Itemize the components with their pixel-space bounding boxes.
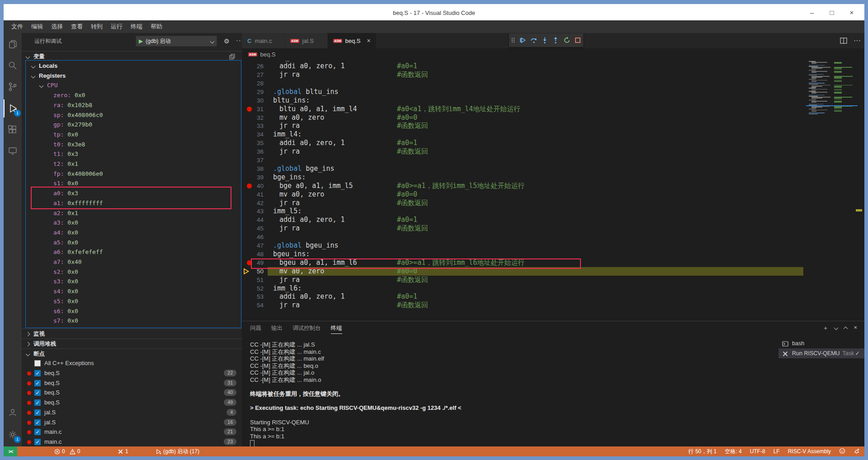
register-ra[interactable]: ra: 0x102b8 xyxy=(22,100,242,110)
code-line-48[interactable]: 48bgeu_ins: xyxy=(242,250,806,258)
checkbox-checked[interactable]: ✓ xyxy=(34,409,41,416)
code-line-27[interactable]: 27jr ra#函数返回 xyxy=(242,70,806,79)
register-a0[interactable]: a0: 0x3 xyxy=(22,188,242,198)
register-zero[interactable]: zero: 0x0 xyxy=(22,90,242,100)
menu-item-4[interactable]: 转到 xyxy=(87,20,107,33)
files-icon[interactable] xyxy=(4,35,22,53)
tasks-status[interactable]: 1 xyxy=(118,446,128,456)
breakpoint-dot-icon[interactable] xyxy=(247,183,252,188)
menu-item-0[interactable]: 文件 xyxy=(7,20,27,33)
register-fp[interactable]: fp: 0x408006e0 xyxy=(22,169,242,179)
code-line-26[interactable]: 26addi a0, zero, 1#a0=1 xyxy=(242,62,806,70)
code-line-46[interactable]: 46 xyxy=(242,233,806,241)
debug-session-status[interactable]: (gdb) 启动 (17) xyxy=(156,446,199,456)
register-s3[interactable]: s3: 0x0 xyxy=(22,277,242,286)
code-line-52[interactable]: 52imm_l6: xyxy=(242,284,806,293)
search-icon[interactable] xyxy=(4,56,22,75)
register-a2[interactable]: a2: 0x1 xyxy=(22,208,242,218)
remote-indicator[interactable]: >< xyxy=(4,446,17,456)
code-line-41[interactable]: 41mv a0, zero#a0=0 xyxy=(242,190,806,199)
menu-item-3[interactable]: 查看 xyxy=(67,20,87,33)
code-line-45[interactable]: 45jr ra#函数返回 xyxy=(242,224,806,233)
code-line-35[interactable]: 35addi a0, zero, 1#a0=1 xyxy=(242,139,806,147)
register-tp[interactable]: tp: 0x0 xyxy=(22,130,242,140)
more-actions-icon[interactable]: ··· xyxy=(236,37,242,44)
register-t2[interactable]: t2: 0x1 xyxy=(22,159,242,169)
code-line-42[interactable]: 42jr ra#函数返回 xyxy=(242,199,806,207)
status-right-item-1[interactable]: 空格: 4 xyxy=(725,448,741,455)
terminal-list-item-bash[interactable]: bash xyxy=(778,338,864,348)
breakpoint-row-beq.S-49[interactable]: ✓beq.S49 xyxy=(22,398,242,408)
breakpoint-row-beq.S-31[interactable]: ✓beq.S31 xyxy=(22,378,242,388)
code-line-32[interactable]: 32mv a0, zero#a0=0 xyxy=(242,113,806,122)
code-line-38[interactable]: 38.global bge_ins xyxy=(242,164,806,173)
register-a6[interactable]: a6: 0xfefefeff xyxy=(22,247,242,257)
code-line-47[interactable]: 47.global bgeu_ins xyxy=(242,241,806,250)
extensions-icon[interactable] xyxy=(4,121,22,139)
step-over-icon[interactable] xyxy=(530,37,538,44)
code-line-30[interactable]: 30bltu_ins: xyxy=(242,96,806,105)
run-debug-icon[interactable]: 1 xyxy=(4,99,22,117)
tab-main.c[interactable]: Cmain.c xyxy=(242,33,285,48)
panel-toggle-icon[interactable] xyxy=(229,54,236,60)
register-s1[interactable]: s1: 0x0 xyxy=(22,178,242,188)
code-line-50[interactable]: 50mv a0, zero#a0=0 xyxy=(242,267,806,276)
maximize-button[interactable]: □ xyxy=(822,9,842,16)
register-a4[interactable]: a4: 0x0 xyxy=(22,228,242,238)
start-debug-icon[interactable]: ▶ xyxy=(139,38,143,44)
problems-status[interactable]: 0 0 xyxy=(54,446,80,456)
notifications-bell-icon[interactable] xyxy=(854,448,860,455)
source-control-icon[interactable] xyxy=(4,78,22,96)
breakpoint-dot-icon[interactable] xyxy=(247,107,252,112)
settings-gear-icon[interactable]: 1 xyxy=(4,426,22,444)
breakpoints-section-header[interactable]: 断点 xyxy=(22,348,242,359)
register-s2[interactable]: s2: 0x0 xyxy=(22,267,242,277)
code-line-54[interactable]: 54jr ra#函数返回 xyxy=(242,301,806,310)
menu-item-2[interactable]: 选择 xyxy=(47,20,67,33)
scope-registers[interactable]: Registers xyxy=(22,71,242,81)
new-terminal-icon[interactable]: ＋ xyxy=(822,324,828,332)
chevron-down-icon[interactable] xyxy=(834,326,839,330)
code-line-34[interactable]: 34imm_l4: xyxy=(242,130,806,139)
breakpoint-row-jal.S-16[interactable]: ✓jal.S16 xyxy=(22,418,242,427)
breakpoint-row-main.c-23[interactable]: ✓main.c23 xyxy=(22,437,242,446)
panel-tab-输出[interactable]: 输出 xyxy=(271,324,283,333)
feedback-icon[interactable] xyxy=(839,448,845,455)
code-editor[interactable]: 25imm_l3:26addi a0, zero, 1#a0=127jr ra#… xyxy=(242,60,806,321)
menu-item-7[interactable]: 帮助 xyxy=(146,20,166,33)
code-line-29[interactable]: 29.global bltu_ins xyxy=(242,88,806,96)
gear-icon[interactable]: ⚙ xyxy=(224,38,230,45)
code-line-37[interactable]: 37 xyxy=(242,156,806,164)
status-right-item-3[interactable]: LF xyxy=(774,448,780,455)
checkbox-checked[interactable]: ✓ xyxy=(34,390,41,396)
minimap[interactable] xyxy=(806,60,858,120)
panel-tab-终端[interactable]: 终端 xyxy=(331,324,342,334)
tab-beq.S[interactable]: ASMbeq.S× xyxy=(328,33,377,48)
scope-locals[interactable]: Locals xyxy=(22,61,242,71)
breakpoint-row-beq.S-22[interactable]: ✓beq.S22 xyxy=(22,368,242,378)
code-line-31[interactable]: 31bltu a0, a1, imm_l4#a0<a1，跳转到imm_l4地址处… xyxy=(242,105,806,113)
maximize-panel-icon[interactable] xyxy=(844,327,848,331)
more-actions-icon[interactable]: ··· xyxy=(854,37,861,45)
exception-breakpoint-row[interactable]: All C++ Exceptions xyxy=(22,358,242,368)
register-gp[interactable]: gp: 0x279b0 xyxy=(22,120,242,130)
code-line-43[interactable]: 43imm_l5: xyxy=(242,207,806,216)
code-line-44[interactable]: 44addi a0, zero, 1#a0=1 xyxy=(242,216,806,224)
step-into-icon[interactable] xyxy=(541,37,548,44)
menu-item-6[interactable]: 终端 xyxy=(127,20,146,33)
restart-icon[interactable] xyxy=(563,37,571,44)
code-line-39[interactable]: 39bge_ins: xyxy=(242,173,806,182)
checkbox-checked[interactable]: ✓ xyxy=(34,370,41,376)
close-panel-icon[interactable]: × xyxy=(854,324,857,332)
register-s5[interactable]: s5: 0x0 xyxy=(22,296,242,306)
code-line-40[interactable]: 40bge a0, a1, imm_l5#a0>=a1，跳转到imm_l5地址处… xyxy=(242,182,806,190)
register-s6[interactable]: s6: 0x0 xyxy=(22,306,242,316)
register-a7[interactable]: a7: 0x40 xyxy=(22,257,242,267)
checkbox-checked[interactable]: ✓ xyxy=(34,399,41,406)
launch-config-dropdown[interactable]: ▶ (gdb) 启动 xyxy=(136,36,217,47)
minimize-button[interactable]: – xyxy=(802,9,822,16)
checkbox-unchecked[interactable] xyxy=(34,360,41,366)
register-a1[interactable]: a1: 0xffffffff xyxy=(22,198,242,208)
code-line-53[interactable]: 53addi a0, zero, 1#a0=1 xyxy=(242,292,806,301)
register-sp[interactable]: sp: 0x408006c0 xyxy=(22,110,242,120)
